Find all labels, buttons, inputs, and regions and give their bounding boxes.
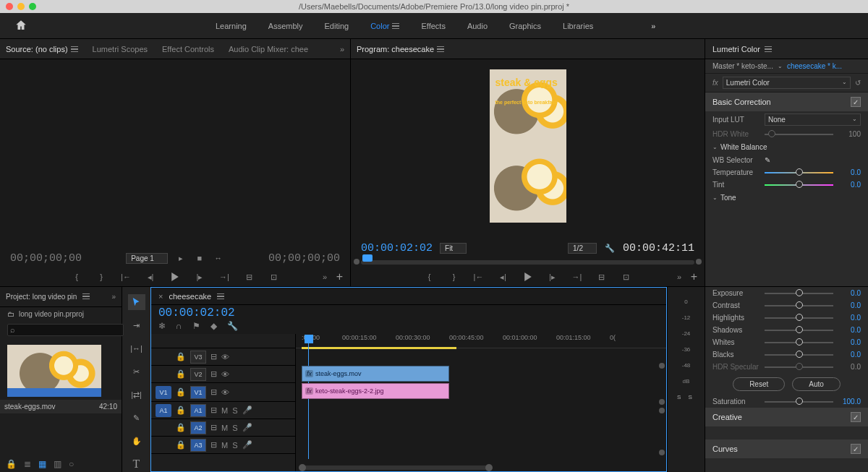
tint-val[interactable]: 0.0 [838,181,861,189]
go-out-icon[interactable]: →| [571,271,583,283]
scroll-handle[interactable] [659,363,665,369]
mark-in-icon[interactable]: { [424,271,435,283]
tab-program[interactable]: Program: cheesecake [357,45,444,53]
solo-label[interactable]: S [232,424,237,432]
scroll-handle[interactable] [659,408,665,413]
track-a1[interactable]: A1 [190,404,206,417]
clip-link[interactable]: cheesecake * k... [787,62,842,70]
effect-select[interactable]: Lumetri Color⌄ [723,77,851,89]
contrast-val[interactable]: 0.0 [838,301,861,309]
minimize-icon[interactable] [17,3,25,10]
maximize-icon[interactable] [29,3,36,10]
zoom-handle-left[interactable] [354,259,359,265]
hand-tool-icon[interactable]: ✋ [128,433,145,449]
step-fwd-icon[interactable]: |▸ [547,271,558,283]
lock-icon[interactable]: 🔒 [176,369,186,379]
step-back-icon[interactable]: ◂| [498,271,509,283]
highlights-slider[interactable] [765,317,833,319]
hamburger-icon[interactable] [437,45,444,53]
playhead-icon[interactable] [362,254,373,262]
checkbox-icon[interactable]: ✓ [851,97,861,107]
track-v2[interactable]: V2 [190,368,206,381]
mark-out-icon[interactable]: } [448,271,460,283]
track-select-tool-icon[interactable]: ⇥ [128,317,145,333]
lift-icon[interactable]: ⊟ [596,271,608,283]
clip-thumbnail[interactable] [7,345,101,397]
timeline-tc[interactable]: 00:00:02:02 [158,306,235,319]
eye-icon[interactable]: 👁 [221,370,229,379]
source-v1[interactable]: V1 [156,386,171,399]
mic-icon[interactable]: 🎤 [242,440,252,450]
mic-icon[interactable]: 🎤 [242,406,252,415]
whites-val[interactable]: 0.0 [838,338,861,346]
step-fwd-icon[interactable]: |▸ [194,271,205,283]
saturation-slider[interactable] [765,401,833,403]
section-creative[interactable]: Creative✓ [705,408,868,426]
solo-label[interactable]: S [232,406,237,415]
list-view-icon[interactable]: ≣ [24,459,31,469]
contrast-slider[interactable] [765,305,833,306]
play-icon[interactable] [169,271,181,283]
zoom-select[interactable]: Fit [440,243,467,254]
extract-icon[interactable]: ⊡ [621,271,632,283]
workspace-graphics[interactable]: Graphics [509,22,541,30]
ripple-tool-icon[interactable]: |↔| [128,340,145,356]
zoom-handle-right[interactable] [696,259,702,265]
temperature-slider[interactable] [765,172,833,173]
source-tc-out[interactable]: 00;00;00;00 [268,252,340,265]
shadows-val[interactable]: 0.0 [838,326,861,334]
marker-icon[interactable]: ⚑ [192,321,200,331]
selection-tool-icon[interactable] [128,294,145,310]
solo-label[interactable]: S [232,441,237,450]
highlights-val[interactable]: 0.0 [838,314,861,322]
exposure-val[interactable]: 0.0 [838,289,861,297]
pen-tool-icon[interactable]: ✎ [128,410,145,426]
exposure-slider[interactable] [765,293,833,294]
resolution-select[interactable]: 1/2 [568,243,597,254]
master-clip-label[interactable]: Master * keto-ste... [712,62,773,70]
track-v3[interactable]: V3 [190,351,206,364]
lock-icon[interactable]: 🔒 [6,459,17,469]
overflow-icon[interactable]: » [323,273,327,281]
tab-effect-controls[interactable]: Effect Controls [162,45,214,53]
section-curves[interactable]: Curves✓ [705,439,868,458]
settings-icon[interactable]: ◆ [210,321,217,331]
go-out-icon[interactable]: →| [218,271,230,283]
workspace-effects[interactable]: Effects [421,22,445,30]
type-tool-icon[interactable]: T [128,456,145,472]
tab-lumetri-scopes[interactable]: Lumetri Scopes [93,45,148,53]
freeform-view-icon[interactable]: ▥ [54,459,61,469]
insert-icon[interactable]: ⊟ [243,271,255,283]
close-seq-icon[interactable]: × [158,292,163,301]
toggle-out-icon[interactable]: ⊟ [210,387,217,397]
reset-button[interactable]: Reset [733,377,785,391]
tab-source[interactable]: Source: (no clips) [6,45,78,53]
clip-v1[interactable]: fxketo-steak-eggs-2-2.jpg [302,383,449,399]
lock-icon[interactable]: 🔒 [176,406,186,415]
checkbox-icon[interactable]: ✓ [851,444,861,454]
saturation-val[interactable]: 100.0 [838,398,861,406]
overflow-icon[interactable]: » [111,293,116,301]
blacks-slider[interactable] [765,354,833,356]
source-page-select[interactable]: Page 1 [126,253,168,264]
slip-tool-icon[interactable]: |⇄| [128,387,145,403]
tab-overflow-icon[interactable]: » [340,45,344,53]
source-tc-in[interactable]: 00;00;00;00 [10,252,82,265]
eyedropper-icon[interactable]: ✎ [765,156,770,164]
source-a1[interactable]: A1 [156,404,171,417]
lock-icon[interactable]: 🔒 [176,423,186,432]
marker-icon[interactable]: ↔ [213,252,224,264]
clip-v2[interactable]: fxsteak-eggs.mov [302,366,449,382]
add-button-icon[interactable]: + [691,270,697,283]
close-icon[interactable] [6,3,13,10]
zoom-slider[interactable]: ○ [69,459,74,469]
workspace-editing[interactable]: Editing [325,22,349,30]
temperature-val[interactable]: 0.0 [838,168,861,176]
h-scroll[interactable] [302,465,490,470]
time-ruler[interactable]: :00:00 00:00:15:00 00:00:30:00 00:00:45:… [296,334,666,348]
go-in-icon[interactable]: |← [473,271,485,283]
stop-icon[interactable]: ■ [194,252,205,264]
toggle-out-icon[interactable]: ⊟ [210,369,217,379]
lock-icon[interactable]: 🔒 [176,440,186,450]
add-button-icon[interactable]: + [336,270,343,283]
